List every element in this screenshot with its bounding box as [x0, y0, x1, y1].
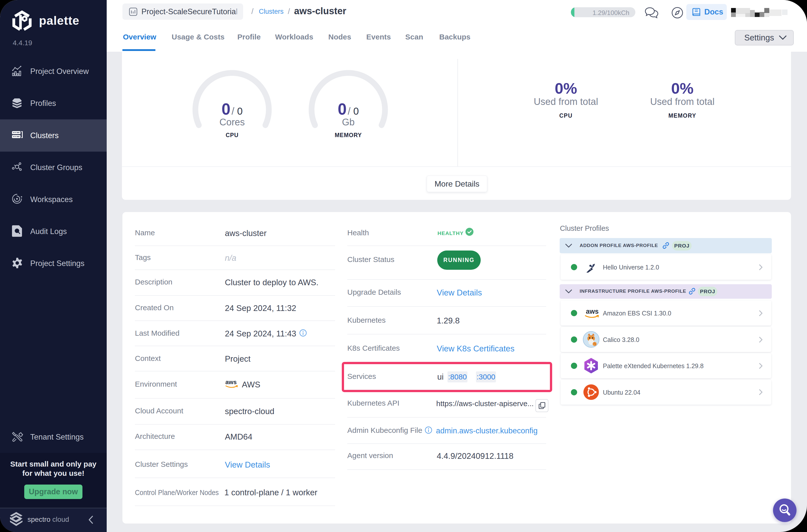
svg-text:aws: aws	[586, 308, 599, 315]
svg-text:aws: aws	[225, 379, 237, 385]
